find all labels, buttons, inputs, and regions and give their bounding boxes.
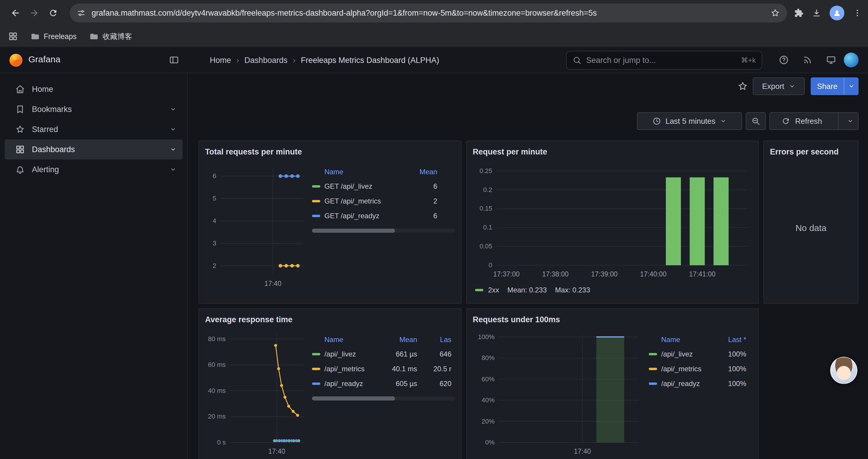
chevron-down-icon — [720, 118, 727, 125]
legend-row: /api/_metrics100% — [649, 362, 752, 376]
legend-header-mean[interactable]: Mean — [390, 335, 424, 344]
favorite-dashboard-icon[interactable] — [737, 81, 748, 92]
sidebar-item-home[interactable]: Home — [5, 79, 183, 99]
chart-average-response-time[interactable]: 80 ms60 ms40 ms20 ms0 s17:40 — [205, 327, 307, 459]
svg-text:17:40: 17:40 — [265, 280, 282, 287]
back-button[interactable] — [6, 4, 25, 23]
svg-text:17:41:00: 17:41:00 — [689, 270, 716, 278]
clock-icon — [652, 117, 661, 126]
svg-text:20%: 20% — [482, 418, 495, 425]
legend-header-row: NameMean — [312, 165, 455, 179]
legend-series-name[interactable]: 2xx — [475, 286, 499, 294]
refresh-button[interactable]: Refresh — [769, 112, 859, 130]
legend-header-name[interactable]: Name — [312, 168, 414, 176]
search-box[interactable]: ⌘+k — [566, 51, 762, 70]
zoom-out-icon — [751, 117, 760, 126]
legend-series-value: 620 — [424, 380, 455, 388]
monitor-icon[interactable] — [826, 55, 836, 65]
news-rss-icon[interactable] — [802, 55, 812, 65]
bookmark-label: 收藏博客 — [102, 32, 132, 41]
legend-header-mean[interactable]: Mean — [414, 168, 455, 176]
chart-request-per-minute[interactable]: 0.250.20.150.10.05017:37:0017:38:0017:39… — [473, 159, 753, 283]
search-input[interactable] — [586, 56, 736, 65]
legend-header-las[interactable]: Las — [424, 335, 455, 344]
svg-text:0.05: 0.05 — [479, 242, 492, 250]
panel-request-per-minute: Request per minute 0.250.20.150.10.05017… — [466, 140, 759, 304]
legend-header-last[interactable]: Last * — [714, 335, 752, 344]
breadcrumb-item-home[interactable]: Home — [210, 56, 231, 65]
breadcrumb-item-dashboards[interactable]: Dashboards — [244, 56, 287, 65]
legend-header-name[interactable]: Name — [649, 335, 714, 344]
panel-title[interactable]: Average response time — [205, 313, 455, 327]
downloads-icon[interactable] — [812, 8, 821, 18]
forward-button[interactable] — [25, 4, 44, 23]
zoom-out-button[interactable] — [746, 112, 766, 130]
back-icon — [10, 8, 20, 18]
chart-total-requests[interactable]: 6543217:40 — [205, 159, 307, 292]
reload-button[interactable] — [44, 4, 63, 23]
svg-text:17:40: 17:40 — [268, 448, 285, 455]
user-avatar[interactable] — [844, 53, 859, 67]
folder-icon — [90, 32, 98, 41]
chevron-down-icon[interactable] — [169, 146, 177, 153]
chart-requests-under-100ms[interactable]: 100%80%60%40%20%0%17:40 — [473, 327, 644, 459]
legend-series-value: 661 µs — [390, 350, 424, 358]
address-bar[interactable]: grafana.mathmast.com/d/deytv4rwavabkb/fr… — [70, 4, 787, 23]
legend-series-value: 6 — [414, 212, 455, 220]
svg-text:40%: 40% — [482, 396, 495, 404]
forward-icon — [29, 8, 39, 18]
svg-text:3: 3 — [213, 239, 216, 247]
legend-series-name[interactable]: /api/_livez — [312, 350, 390, 358]
apps-grid-icon[interactable] — [8, 32, 18, 41]
bookmark-item-item[interactable]: 收藏博客 — [90, 32, 132, 41]
svg-text:6: 6 — [213, 172, 216, 179]
screen: grafana.mathmast.com/d/deytv4rwavabkb/fr… — [0, 0, 868, 459]
legend-series-name[interactable]: GET /api/_livez — [312, 182, 414, 191]
export-button[interactable]: Export — [753, 77, 805, 95]
panel-title[interactable]: Requests under 100ms — [473, 313, 752, 327]
legend-scrollbar[interactable] — [312, 396, 455, 400]
sidebar-toggle-icon[interactable] — [169, 55, 179, 65]
legend-scrollbar[interactable] — [312, 229, 455, 233]
chevron-down-icon[interactable] — [169, 106, 177, 113]
series-color-icon — [312, 200, 320, 202]
sidebar-item-alerting[interactable]: Alerting — [5, 160, 183, 179]
legend-header-name[interactable]: Name — [312, 335, 390, 344]
legend-series-name[interactable]: /api/_readyz — [649, 380, 714, 388]
reload-icon — [49, 8, 58, 18]
bookmark-star-icon[interactable] — [771, 8, 780, 18]
refresh-interval-toggle[interactable] — [843, 118, 858, 125]
legend-request-per-minute: 2xxMean: 0.233Max: 0.233 — [473, 283, 752, 297]
time-range-picker[interactable]: Last 5 minutes — [637, 112, 742, 130]
refresh-main[interactable]: Refresh — [770, 117, 834, 126]
legend-row: /api/_readyz605 µs620 — [312, 376, 455, 391]
sidebar-item-dashboards[interactable]: Dashboards — [5, 139, 183, 160]
share-label[interactable]: Share — [811, 77, 844, 95]
panel-title[interactable]: Total requests per minute — [205, 145, 455, 159]
legend-series-name[interactable]: GET /api/_metrics — [312, 197, 414, 205]
legend-series-name[interactable]: GET /api/_readyz — [312, 212, 414, 220]
browser-profile-avatar[interactable] — [830, 6, 844, 21]
browser-menu-icon[interactable] — [852, 8, 862, 18]
series-color-icon — [312, 215, 320, 217]
legend-series-name[interactable]: /api/_readyz — [312, 380, 390, 388]
chevron-down-icon[interactable] — [169, 166, 177, 173]
legend-scrollbar-thumb[interactable] — [312, 229, 395, 233]
legend-series-name[interactable]: /api/_metrics — [649, 365, 714, 373]
legend-scrollbar-thumb[interactable] — [312, 396, 395, 400]
bookmark-item-freeleaps[interactable]: Freeleaps — [31, 32, 76, 41]
share-button[interactable]: Share — [811, 77, 859, 95]
extensions-icon[interactable] — [794, 8, 804, 18]
panel-title[interactable]: Request per minute — [473, 145, 752, 159]
legend-series-label: /api/_readyz — [324, 380, 363, 388]
floating-assistant-avatar[interactable] — [830, 357, 857, 384]
legend-series-name[interactable]: /api/_livez — [649, 350, 714, 358]
panel-title[interactable]: Errors per second — [770, 145, 852, 159]
help-icon[interactable] — [779, 55, 789, 65]
legend-series-name[interactable]: /api/_metrics — [312, 365, 390, 373]
share-menu-toggle[interactable] — [844, 77, 859, 95]
grafana-logo-icon[interactable] — [9, 54, 23, 67]
site-info-icon[interactable] — [77, 8, 86, 18]
legend-row: GET /api/_metrics2 — [312, 194, 455, 208]
refresh-label: Refresh — [795, 117, 822, 126]
